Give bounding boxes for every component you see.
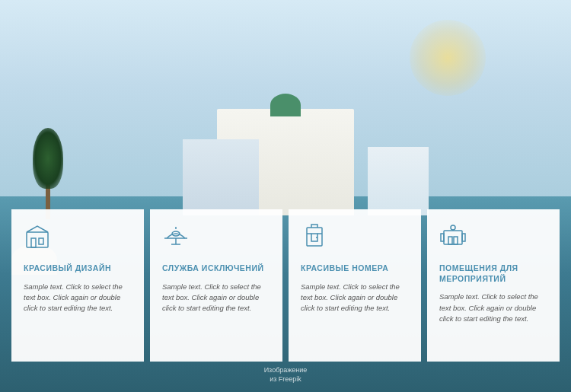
service-icon (162, 223, 270, 254)
svg-rect-13 (444, 231, 462, 244)
cards-grid: КРАСИВЫЙ ДИЗАЙН Sample text. Click to se… (0, 209, 571, 362)
svg-point-10 (316, 237, 317, 238)
card-beautiful-design[interactable]: КРАСИВЫЙ ДИЗАЙН Sample text. Click to se… (11, 209, 144, 362)
svg-rect-18 (448, 237, 452, 244)
card-text-4: Sample text. Click to select the text bo… (439, 292, 547, 324)
venue-icon (439, 223, 547, 254)
svg-rect-19 (454, 237, 458, 244)
card-exceptional-service[interactable]: СЛУЖБА ИСКЛЮЧЕНИЙ Sample text. Click to … (150, 209, 282, 362)
card-beautiful-rooms[interactable]: КРАСИВЫЕ НОМЕРА Sample text. Click to se… (289, 209, 421, 362)
card-event-venues[interactable]: ПОМЕЩЕНИЯ ДЛЯ МЕРОПРИЯТИЙ Sample text. C… (427, 209, 560, 362)
svg-rect-0 (27, 232, 48, 247)
image-credit: Изображение из Freepik (264, 365, 308, 384)
page-content: КРАСИВЫЙ ДИЗАЙН Sample text. Click to se… (0, 0, 571, 392)
card-title-3: КРАСИВЫЕ НОМЕРА (301, 263, 409, 274)
svg-rect-2 (39, 238, 43, 244)
credit-line2: из Freepik (264, 374, 308, 384)
credit-line1: Изображение (264, 365, 308, 375)
svg-rect-14 (441, 234, 444, 241)
svg-rect-1 (31, 238, 36, 247)
card-title-2: СЛУЖБА ИСКЛЮЧЕНИЙ (162, 263, 270, 274)
hotel-icon (24, 223, 132, 254)
card-text-1: Sample text. Click to select the text bo… (24, 282, 132, 314)
svg-point-16 (451, 225, 455, 230)
card-title-4: ПОМЕЩЕНИЯ ДЛЯ МЕРОПРИЯТИЙ (439, 263, 547, 284)
room-icon (301, 223, 409, 254)
svg-rect-8 (307, 228, 322, 246)
card-title-1: КРАСИВЫЙ ДИЗАЙН (24, 263, 132, 274)
svg-rect-15 (462, 234, 465, 241)
card-text-2: Sample text. Click to select the text bo… (162, 282, 270, 314)
card-text-3: Sample text. Click to select the text bo… (301, 282, 409, 314)
